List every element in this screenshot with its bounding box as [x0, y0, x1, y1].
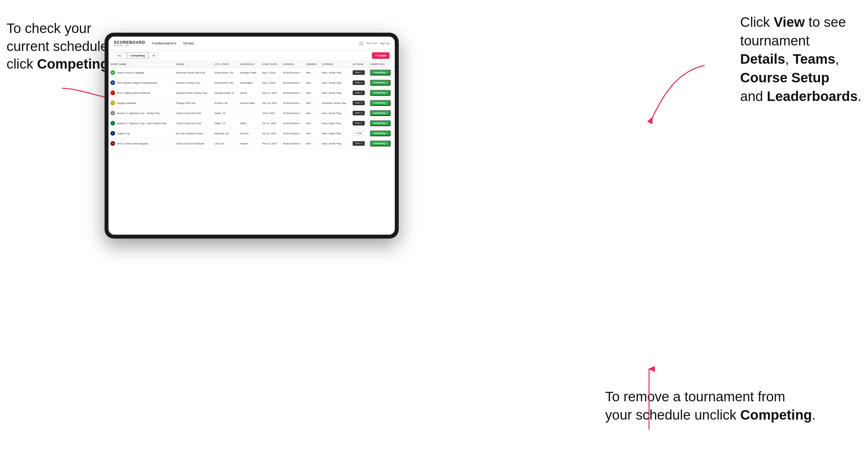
- cell-division: NCAA Division I: [281, 118, 304, 128]
- actions-cell: View ⊙: [351, 118, 368, 128]
- team-logo: J: [111, 111, 115, 115]
- view-button[interactable]: View ⊙: [352, 111, 365, 115]
- event-name-cell: W2023 Sahalee Players Championship: [108, 78, 174, 88]
- cell-start-date: Sep 18, 2023: [260, 98, 281, 108]
- cell-scoring: team, Stroke Play: [320, 68, 351, 78]
- nav-link-tournaments[interactable]: TOURNAMENTS: [152, 42, 177, 45]
- cell-start-date: Sep 9, 2023: [260, 78, 281, 88]
- filter-tab-competing[interactable]: Competing: [127, 52, 148, 59]
- cell-city-state: Olympia Fields, IL: [212, 88, 238, 98]
- event-name-cell: IOFCC Fighting Illini Invitational: [108, 88, 174, 98]
- cell-hosted-by: ABAC: [238, 118, 260, 128]
- event-name-text: 2023 Sahalee Players Championship: [117, 82, 157, 84]
- cell-hosted-by: [238, 108, 260, 118]
- col-hosted-by: HOSTED BY: [238, 61, 260, 68]
- nav-signout-button[interactable]: Sign out: [380, 42, 390, 45]
- tablet: SCOREBOARD Powered by clipp TOURNAMENTS …: [104, 33, 399, 239]
- event-name-cell: PPapago Individual: [108, 98, 174, 108]
- filter-tab-home[interactable]: Ho...: [114, 52, 127, 59]
- actions-cell: ✏ Edit: [351, 128, 368, 138]
- table-row: HJohn A. Burns IntercollegiateOcean Cour…: [108, 138, 395, 149]
- team-logo: J: [111, 121, 115, 125]
- cell-scoring: team, Match Play: [320, 118, 351, 128]
- filter-tabs: Ho... Competing All: [114, 52, 159, 59]
- table-row: W2023 Sahalee Players ChampionshipSahale…: [108, 78, 395, 88]
- actions-cell: View ⊙: [351, 78, 368, 88]
- competing-badge[interactable]: Competing ✓: [370, 80, 391, 86]
- view-button[interactable]: View ⊙: [352, 141, 365, 146]
- table-row: IOFCC Fighting Illini InvitationalOlympi…: [108, 88, 395, 98]
- view-button[interactable]: View ⊙: [352, 70, 365, 75]
- competing-cell: Competing ✓: [368, 118, 395, 128]
- tournaments-table: EVENT NAME VENUE CITY, STATE HOSTED BY S…: [108, 61, 395, 149]
- team-logo: H: [111, 141, 115, 146]
- competing-cell: Competing ✓: [368, 138, 395, 149]
- event-name-text: Papago Individual: [117, 102, 136, 104]
- cell-gender: Men: [304, 108, 320, 118]
- annotation-top-right: Click View to see tournament Details, Te…: [740, 13, 862, 105]
- table-row: PPapago IndividualPapago Golf ClubPhoeni…: [108, 98, 395, 108]
- competing-cell: Competing ✓: [368, 68, 395, 78]
- event-name-cell: JJackson T. Stephens Cup – Men's Match P…: [108, 118, 174, 128]
- competing-badge[interactable]: Competing ✓: [370, 130, 391, 136]
- team-logo: I: [111, 91, 115, 95]
- cell-city-state: Dallas, TX: [212, 108, 238, 118]
- view-button[interactable]: View ⊙: [352, 101, 365, 105]
- col-event-name: EVENT NAME: [108, 61, 174, 68]
- cell-division: NCAA Division I: [281, 98, 304, 108]
- event-name-cell: MFolds of Honor Collegiate: [108, 68, 174, 78]
- cell-scoring: team, Stroke Play: [320, 138, 351, 149]
- cell-hosted-by: Arizona State: [238, 98, 260, 108]
- table-row: MFolds of Honor CollegiateAmerican Dunes…: [108, 68, 395, 78]
- cell-city-state: Sammamish, WA: [212, 78, 238, 88]
- cell-venue: American Dunes Golf Club: [174, 68, 212, 78]
- competing-badge[interactable]: Competing ✓: [370, 120, 391, 126]
- competing-cell: Competing ✓: [368, 128, 395, 138]
- cell-hosted-by: Arizona: [238, 128, 260, 138]
- tablet-screen: SCOREBOARD Powered by clipp TOURNAMENTS …: [108, 37, 395, 235]
- cell-scoring: team, Stroke Play: [320, 88, 351, 98]
- competing-badge[interactable]: Competing ✓: [370, 70, 391, 75]
- cell-scoring: team, Stroke Play: [320, 108, 351, 118]
- competing-badge[interactable]: Competing ✓: [370, 100, 391, 106]
- edit-button[interactable]: ✏ Edit: [352, 131, 364, 136]
- competing-badge[interactable]: Competing ✓: [370, 141, 391, 147]
- actions-cell: View ⊙: [351, 68, 368, 78]
- cell-division: NCAA Division I: [281, 68, 304, 78]
- create-button[interactable]: + Create: [372, 52, 390, 59]
- cell-gender: Men: [304, 128, 320, 138]
- actions-cell: View ⊙: [351, 98, 368, 108]
- event-name-text: Folds of Honor Collegiate: [117, 71, 145, 74]
- cell-start-date: Jan 14, 2024: [260, 128, 281, 138]
- cell-gender: Men: [304, 88, 320, 98]
- cell-start-date: Oct 9, 2023: [260, 108, 281, 118]
- cell-venue: Ak-Chin Southern Dunes: [174, 128, 212, 138]
- cell-gender: Men: [304, 98, 320, 108]
- event-name-text: Jackson T. Stephens Cup – Stroke Play: [117, 112, 160, 115]
- cell-start-date: Feb 15, 2024: [260, 138, 281, 149]
- cell-city-state: Maricopa, AZ: [212, 128, 238, 138]
- cell-gender: Men: [304, 118, 320, 128]
- cell-venue: Ocean Course At Hokuala: [174, 138, 212, 149]
- filter-tab-all[interactable]: All: [148, 52, 158, 59]
- cell-gender: Men: [304, 138, 320, 149]
- nav-link-teams[interactable]: TEAMS: [183, 42, 194, 45]
- cell-venue: Olympia Fields Country Club: [174, 88, 212, 98]
- cell-hosted-by: Hawaii: [238, 138, 260, 149]
- competing-badge[interactable]: Competing ✓: [370, 110, 391, 116]
- view-button[interactable]: View ⊙: [352, 91, 365, 95]
- actions-cell: View ⊙: [351, 88, 368, 98]
- view-button[interactable]: View ⊙: [352, 121, 365, 125]
- competing-cell: Competing ✓: [368, 98, 395, 108]
- cell-venue: Papago Golf Club: [174, 98, 212, 108]
- nav-right: Test User Sign out: [359, 41, 390, 46]
- arrow-view-right: [643, 59, 708, 124]
- cell-city-state: Grand Haven, MI: [212, 68, 238, 78]
- navbar: SCOREBOARD Powered by clipp TOURNAMENTS …: [108, 37, 395, 50]
- cell-scoring: team, Match Play: [320, 128, 351, 138]
- competing-badge[interactable]: Competing ✓: [370, 90, 391, 96]
- cell-scoring: team, Stroke Play: [320, 78, 351, 88]
- actions-cell: View ⊙: [351, 108, 368, 118]
- view-button[interactable]: View ⊙: [352, 81, 365, 85]
- event-name-cell: HJohn A. Burns Intercollegiate: [108, 138, 174, 149]
